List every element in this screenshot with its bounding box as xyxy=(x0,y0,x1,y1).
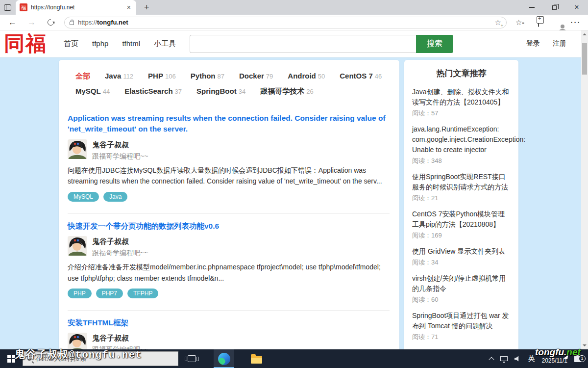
author-avatar[interactable] xyxy=(68,139,87,159)
task-view-icon xyxy=(188,355,196,362)
back-button[interactable]: ← xyxy=(5,18,20,27)
filter-php[interactable]: PHP106 xyxy=(148,69,176,84)
edge-taskbar-button[interactable] xyxy=(214,349,234,368)
tag-mysql[interactable]: MySQL xyxy=(68,192,99,202)
address-bar[interactable]: https://tongfu.net ☆ xyxy=(64,17,507,28)
filter-label: CentOS 7 xyxy=(340,72,373,80)
author-meta: 鬼谷子叔叔 跟福哥学编程吧~~ xyxy=(92,333,148,349)
browser-tab[interactable]: 福 https://tongfu.net × xyxy=(16,0,136,15)
register-link[interactable]: 注册 xyxy=(553,39,566,48)
filter-java[interactable]: Java112 xyxy=(105,69,133,84)
site-search-input[interactable] xyxy=(190,35,416,53)
site-header: 同福 首页 tfphp tfhtml 小工具 搜索 登录 注册 xyxy=(0,30,588,57)
tag-php[interactable]: PHP xyxy=(68,289,92,298)
collections-button[interactable] xyxy=(531,18,546,26)
site-favicon: 福 xyxy=(20,3,27,11)
author-subtitle: 跟福哥学编程吧~~ xyxy=(92,249,148,258)
author-name[interactable]: 鬼谷子叔叔 xyxy=(92,334,148,343)
hot-articles-title: 热门文章推荐 xyxy=(412,68,511,79)
add-favorite-icon[interactable]: ☆ xyxy=(495,18,501,27)
lock-icon xyxy=(70,22,74,25)
tag-tfphp[interactable]: TFPHP xyxy=(127,289,158,298)
page-scrollbar[interactable] xyxy=(581,30,588,349)
hot-article-link[interactable]: 使用SpringBoot实现REST接口服务的时候识别请求方式的方法 xyxy=(412,172,511,192)
ime-indicator[interactable]: 英 xyxy=(528,354,535,363)
hot-article-link[interactable]: SpringBoot项目通过打包 war 发布到 Tomcat 慢的问题解决 xyxy=(412,311,511,331)
hot-article-reads: 阅读：348 xyxy=(412,157,511,165)
filter-docker[interactable]: Docker79 xyxy=(239,69,273,84)
restore-button[interactable] xyxy=(543,0,565,15)
filter-label: ElasticSearch xyxy=(124,87,172,95)
filter-count: 106 xyxy=(165,73,176,80)
close-button[interactable]: × xyxy=(565,0,588,15)
author-subtitle: 跟福哥学编程吧~~ xyxy=(92,152,148,161)
nav-home[interactable]: 首页 xyxy=(64,39,78,49)
scrollbar-thumb[interactable] xyxy=(582,43,587,75)
scrollbar-up-icon[interactable] xyxy=(583,33,587,35)
url-scheme: https:// xyxy=(78,19,97,26)
forward-button[interactable]: → xyxy=(24,18,39,27)
vertical-tabs-icon xyxy=(4,4,11,11)
site-logo[interactable]: 同福 xyxy=(4,33,47,54)
filter-springboot[interactable]: SpringBoot34 xyxy=(196,84,245,99)
hot-article-item: 使用 GridView 显示文件夹列表 阅读：34 xyxy=(412,246,511,267)
new-tab-button[interactable]: + xyxy=(141,2,152,13)
article-author-row: 鬼谷子叔叔 跟福哥学编程吧~~ xyxy=(68,236,390,258)
article-list-card: 全部 Java112 PHP106 Python87 Docker79 Andr… xyxy=(59,60,399,349)
tab-actions-button[interactable] xyxy=(0,0,15,15)
filter-elasticsearch[interactable]: ElasticSearch37 xyxy=(124,84,182,99)
settings-menu-button[interactable]: ··· xyxy=(568,18,583,26)
tag-php7[interactable]: PHP7 xyxy=(96,289,123,298)
article-title-link[interactable]: Application was streaming results when t… xyxy=(68,113,391,135)
filter-centos7[interactable]: CentOS 746 xyxy=(340,69,382,84)
hot-article-link[interactable]: virsh创建/关闭/停止虚拟机常用的几条指令 xyxy=(412,273,511,294)
favorites-button[interactable]: ☆≡ xyxy=(513,18,527,27)
scrollbar-down-icon[interactable] xyxy=(583,344,587,346)
tag-java[interactable]: Java xyxy=(103,192,127,202)
folder-icon xyxy=(251,356,262,364)
hot-article-reads: 阅读：169 xyxy=(412,231,511,240)
hot-article-link[interactable]: CentOS 7安装Python模块管理工具pip的方法【20210808】 xyxy=(412,209,511,230)
filter-all[interactable]: 全部 xyxy=(75,69,90,84)
hot-article-link[interactable]: 使用 GridView 显示文件夹列表 xyxy=(412,246,511,257)
filter-mysql[interactable]: MySQL44 xyxy=(75,84,110,99)
article-excerpt: 介绍介绍准备准备开发模型model/member.inc.phpnamespac… xyxy=(68,262,390,284)
filter-count: 37 xyxy=(175,88,182,95)
volume-icon[interactable] xyxy=(514,356,521,362)
tab-close-icon[interactable]: × xyxy=(125,3,132,11)
network-icon[interactable] xyxy=(500,356,508,361)
windows-logo-icon xyxy=(7,355,15,363)
article-title-link[interactable]: 安装TFHTML框架 xyxy=(68,317,391,328)
url-text: https://tongfu.net xyxy=(78,19,128,26)
nav-tfphp[interactable]: tfphp xyxy=(92,39,108,49)
hot-article-link[interactable]: java.lang.RuntimeException: com.google.i… xyxy=(412,124,511,155)
filter-android[interactable]: Android50 xyxy=(288,69,325,84)
window-controls: × xyxy=(520,0,588,15)
hot-article-reads: 阅读：21 xyxy=(412,194,511,203)
filter-count: 44 xyxy=(103,88,110,95)
minimize-button[interactable] xyxy=(520,0,543,15)
filter-label: 全部 xyxy=(75,72,90,80)
nav-tools[interactable]: 小工具 xyxy=(154,39,176,49)
filter-count: 50 xyxy=(318,73,325,80)
article-item: 快速开发一个带分页功能的数据列表功能v0.6 鬼谷子叔叔 跟福哥学编程吧~~ 介… xyxy=(68,214,390,303)
hot-article-link[interactable]: Java创建、删除、授权文件夹和读写文件的方法【20210405】 xyxy=(412,87,511,107)
refresh-button[interactable] xyxy=(46,18,55,26)
tray-expand-icon[interactable] xyxy=(489,357,494,362)
file-explorer-button[interactable] xyxy=(246,349,267,368)
filter-label: Android xyxy=(288,72,316,80)
author-avatar[interactable] xyxy=(68,236,87,256)
filter-label: PHP xyxy=(148,72,163,80)
filter-count: 26 xyxy=(306,88,313,95)
filter-genfuge[interactable]: 跟福哥学技术26 xyxy=(260,84,313,99)
login-link[interactable]: 登录 xyxy=(526,39,540,48)
filter-count: 112 xyxy=(123,73,133,80)
author-name[interactable]: 鬼谷子叔叔 xyxy=(92,140,148,150)
task-view-button[interactable] xyxy=(181,349,202,368)
author-avatar[interactable] xyxy=(68,333,87,349)
nav-tfhtml[interactable]: tfhtml xyxy=(122,39,140,49)
site-search-button[interactable]: 搜索 xyxy=(416,35,453,53)
author-name[interactable]: 鬼谷子叔叔 xyxy=(92,237,148,246)
filter-python[interactable]: Python87 xyxy=(191,69,224,84)
article-title-link[interactable]: 快速开发一个带分页功能的数据列表功能v0.6 xyxy=(68,221,391,232)
